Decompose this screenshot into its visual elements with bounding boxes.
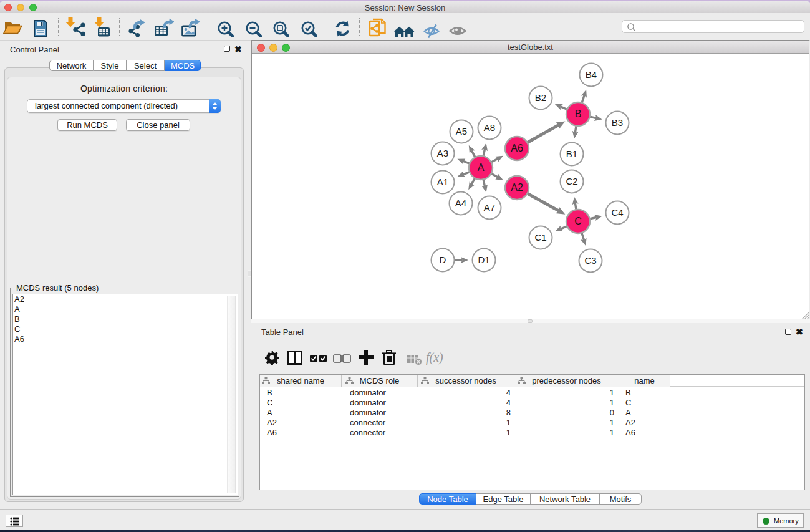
svg-text:B2: B2 (535, 92, 546, 103)
svg-text:A8: A8 (484, 122, 495, 133)
svg-text:A7: A7 (484, 202, 495, 213)
svg-text:A2: A2 (511, 182, 523, 193)
svg-text:B: B (575, 109, 582, 119)
svg-text:C3: C3 (584, 255, 596, 266)
svg-text:A6: A6 (511, 143, 523, 153)
svg-text:A5: A5 (456, 126, 467, 137)
svg-text:D1: D1 (478, 254, 489, 265)
svg-text:C2: C2 (566, 176, 577, 186)
svg-text:A4: A4 (455, 198, 466, 208)
svg-text:C4: C4 (611, 207, 623, 218)
svg-text:A1: A1 (437, 177, 448, 187)
svg-text:C1: C1 (534, 232, 546, 243)
svg-text:B1: B1 (566, 148, 577, 159)
svg-text:B3: B3 (612, 117, 623, 128)
svg-text:B4: B4 (586, 69, 597, 80)
svg-text:f(x): f(x) (426, 351, 443, 365)
svg-text:C: C (574, 216, 582, 226)
svg-text:A: A (478, 162, 485, 173)
svg-text:A3: A3 (437, 148, 448, 158)
svg-text:D: D (440, 254, 446, 265)
